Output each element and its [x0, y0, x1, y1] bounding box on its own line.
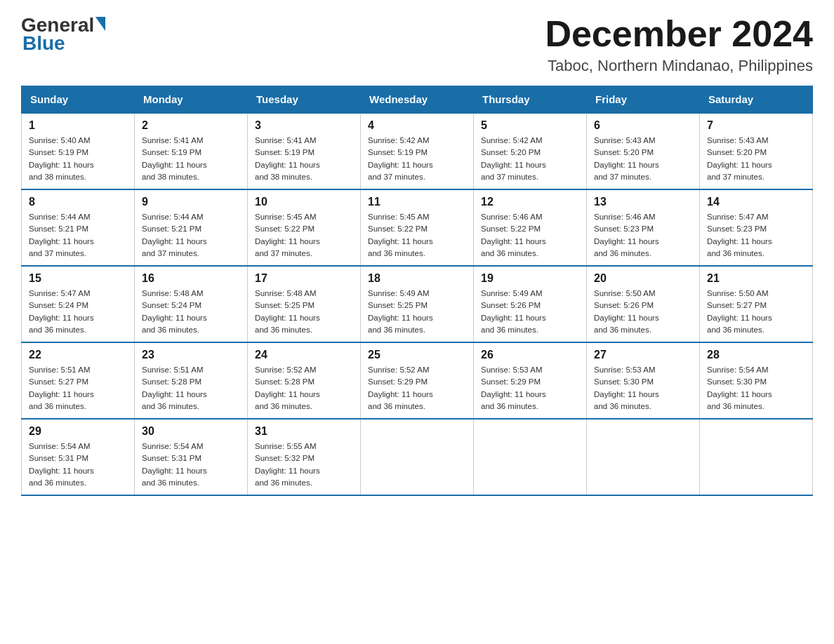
- day-info: Sunrise: 5:53 AMSunset: 5:30 PMDaylight:…: [594, 364, 692, 412]
- table-row: 22Sunrise: 5:51 AMSunset: 5:27 PMDayligh…: [22, 342, 135, 419]
- table-row: 7Sunrise: 5:43 AMSunset: 5:20 PMDaylight…: [700, 113, 813, 189]
- day-info: Sunrise: 5:40 AMSunset: 5:19 PMDaylight:…: [29, 135, 127, 183]
- table-row: 27Sunrise: 5:53 AMSunset: 5:30 PMDayligh…: [587, 342, 700, 419]
- table-row: 19Sunrise: 5:49 AMSunset: 5:26 PMDayligh…: [474, 266, 587, 342]
- calendar-week-row: 22Sunrise: 5:51 AMSunset: 5:27 PMDayligh…: [22, 342, 813, 419]
- day-number: 6: [594, 119, 692, 132]
- calendar-week-row: 29Sunrise: 5:54 AMSunset: 5:31 PMDayligh…: [22, 419, 813, 495]
- calendar-week-row: 1Sunrise: 5:40 AMSunset: 5:19 PMDaylight…: [22, 113, 813, 189]
- month-title: December 2024: [545, 14, 813, 54]
- logo-blue-text: Blue: [21, 32, 65, 55]
- table-row: 18Sunrise: 5:49 AMSunset: 5:25 PMDayligh…: [361, 266, 474, 342]
- day-number: 31: [255, 425, 353, 438]
- day-info: Sunrise: 5:48 AMSunset: 5:24 PMDaylight:…: [142, 288, 240, 336]
- table-row: 16Sunrise: 5:48 AMSunset: 5:24 PMDayligh…: [135, 266, 248, 342]
- day-info: Sunrise: 5:54 AMSunset: 5:31 PMDaylight:…: [142, 441, 240, 489]
- day-info: Sunrise: 5:43 AMSunset: 5:20 PMDaylight:…: [594, 135, 692, 183]
- day-info: Sunrise: 5:54 AMSunset: 5:31 PMDaylight:…: [29, 441, 127, 489]
- day-number: 7: [707, 119, 805, 132]
- table-row: 24Sunrise: 5:52 AMSunset: 5:28 PMDayligh…: [248, 342, 361, 419]
- logo-triangle-icon: [95, 17, 105, 31]
- day-info: Sunrise: 5:49 AMSunset: 5:26 PMDaylight:…: [481, 288, 579, 336]
- table-row: 14Sunrise: 5:47 AMSunset: 5:23 PMDayligh…: [700, 189, 813, 266]
- day-info: Sunrise: 5:51 AMSunset: 5:28 PMDaylight:…: [142, 364, 240, 412]
- day-number: 1: [29, 119, 127, 132]
- day-info: Sunrise: 5:46 AMSunset: 5:23 PMDaylight:…: [594, 211, 692, 260]
- table-row: [700, 419, 813, 495]
- table-row: 11Sunrise: 5:45 AMSunset: 5:22 PMDayligh…: [361, 189, 474, 266]
- day-number: 29: [29, 425, 127, 438]
- table-row: 23Sunrise: 5:51 AMSunset: 5:28 PMDayligh…: [135, 342, 248, 419]
- location-subtitle: Taboc, Northern Mindanao, Philippines: [545, 57, 813, 75]
- day-number: 12: [481, 196, 579, 208]
- logo: General Blue: [21, 14, 105, 55]
- table-row: 3Sunrise: 5:41 AMSunset: 5:19 PMDaylight…: [248, 113, 361, 189]
- table-row: [361, 419, 474, 495]
- table-row: 1Sunrise: 5:40 AMSunset: 5:19 PMDaylight…: [22, 113, 135, 189]
- day-info: Sunrise: 5:48 AMSunset: 5:25 PMDaylight:…: [255, 288, 353, 336]
- day-number: 24: [255, 349, 353, 361]
- day-number: 18: [368, 272, 466, 285]
- table-row: 25Sunrise: 5:52 AMSunset: 5:29 PMDayligh…: [361, 342, 474, 419]
- day-number: 4: [368, 119, 466, 132]
- day-info: Sunrise: 5:52 AMSunset: 5:28 PMDaylight:…: [255, 364, 353, 412]
- day-info: Sunrise: 5:49 AMSunset: 5:25 PMDaylight:…: [368, 288, 466, 336]
- day-info: Sunrise: 5:54 AMSunset: 5:30 PMDaylight:…: [707, 364, 805, 412]
- table-row: 5Sunrise: 5:42 AMSunset: 5:20 PMDaylight…: [474, 113, 587, 189]
- day-number: 16: [142, 272, 240, 285]
- day-info: Sunrise: 5:50 AMSunset: 5:27 PMDaylight:…: [707, 288, 805, 336]
- day-info: Sunrise: 5:45 AMSunset: 5:22 PMDaylight:…: [368, 211, 466, 260]
- day-info: Sunrise: 5:51 AMSunset: 5:27 PMDaylight:…: [29, 364, 127, 412]
- title-section: December 2024 Taboc, Northern Mindanao, …: [545, 14, 813, 75]
- day-info: Sunrise: 5:43 AMSunset: 5:20 PMDaylight:…: [707, 135, 805, 183]
- day-info: Sunrise: 5:42 AMSunset: 5:19 PMDaylight:…: [368, 135, 466, 183]
- page-header: General Blue December 2024 Taboc, Northe…: [21, 14, 813, 75]
- day-number: 5: [481, 119, 579, 132]
- day-info: Sunrise: 5:47 AMSunset: 5:23 PMDaylight:…: [707, 211, 805, 260]
- col-saturday: Saturday: [700, 86, 813, 114]
- calendar-table: Sunday Monday Tuesday Wednesday Thursday…: [21, 86, 813, 496]
- table-row: 30Sunrise: 5:54 AMSunset: 5:31 PMDayligh…: [135, 419, 248, 495]
- day-info: Sunrise: 5:53 AMSunset: 5:29 PMDaylight:…: [481, 364, 579, 412]
- table-row: 29Sunrise: 5:54 AMSunset: 5:31 PMDayligh…: [22, 419, 135, 495]
- day-number: 20: [594, 272, 692, 285]
- day-number: 3: [255, 119, 353, 132]
- day-info: Sunrise: 5:45 AMSunset: 5:22 PMDaylight:…: [255, 211, 353, 260]
- day-number: 15: [29, 272, 127, 285]
- col-friday: Friday: [587, 86, 700, 114]
- day-number: 22: [29, 349, 127, 361]
- table-row: 26Sunrise: 5:53 AMSunset: 5:29 PMDayligh…: [474, 342, 587, 419]
- day-info: Sunrise: 5:42 AMSunset: 5:20 PMDaylight:…: [481, 135, 579, 183]
- day-number: 26: [481, 349, 579, 361]
- table-row: 31Sunrise: 5:55 AMSunset: 5:32 PMDayligh…: [248, 419, 361, 495]
- calendar-week-row: 15Sunrise: 5:47 AMSunset: 5:24 PMDayligh…: [22, 266, 813, 342]
- day-number: 19: [481, 272, 579, 285]
- table-row: 20Sunrise: 5:50 AMSunset: 5:26 PMDayligh…: [587, 266, 700, 342]
- table-row: 6Sunrise: 5:43 AMSunset: 5:20 PMDaylight…: [587, 113, 700, 189]
- day-number: 25: [368, 349, 466, 361]
- table-row: 21Sunrise: 5:50 AMSunset: 5:27 PMDayligh…: [700, 266, 813, 342]
- day-info: Sunrise: 5:52 AMSunset: 5:29 PMDaylight:…: [368, 364, 466, 412]
- table-row: 12Sunrise: 5:46 AMSunset: 5:22 PMDayligh…: [474, 189, 587, 266]
- table-row: 17Sunrise: 5:48 AMSunset: 5:25 PMDayligh…: [248, 266, 361, 342]
- day-number: 2: [142, 119, 240, 132]
- table-row: 28Sunrise: 5:54 AMSunset: 5:30 PMDayligh…: [700, 342, 813, 419]
- col-thursday: Thursday: [474, 86, 587, 114]
- day-number: 13: [594, 196, 692, 208]
- table-row: [474, 419, 587, 495]
- day-number: 30: [142, 425, 240, 438]
- day-number: 17: [255, 272, 353, 285]
- day-number: 10: [255, 196, 353, 208]
- day-number: 8: [29, 196, 127, 208]
- table-row: 15Sunrise: 5:47 AMSunset: 5:24 PMDayligh…: [22, 266, 135, 342]
- day-info: Sunrise: 5:50 AMSunset: 5:26 PMDaylight:…: [594, 288, 692, 336]
- col-monday: Monday: [135, 86, 248, 114]
- day-number: 11: [368, 196, 466, 208]
- col-wednesday: Wednesday: [361, 86, 474, 114]
- day-info: Sunrise: 5:44 AMSunset: 5:21 PMDaylight:…: [29, 211, 127, 260]
- calendar-week-row: 8Sunrise: 5:44 AMSunset: 5:21 PMDaylight…: [22, 189, 813, 266]
- table-row: 2Sunrise: 5:41 AMSunset: 5:19 PMDaylight…: [135, 113, 248, 189]
- day-info: Sunrise: 5:47 AMSunset: 5:24 PMDaylight:…: [29, 288, 127, 336]
- col-tuesday: Tuesday: [248, 86, 361, 114]
- day-number: 23: [142, 349, 240, 361]
